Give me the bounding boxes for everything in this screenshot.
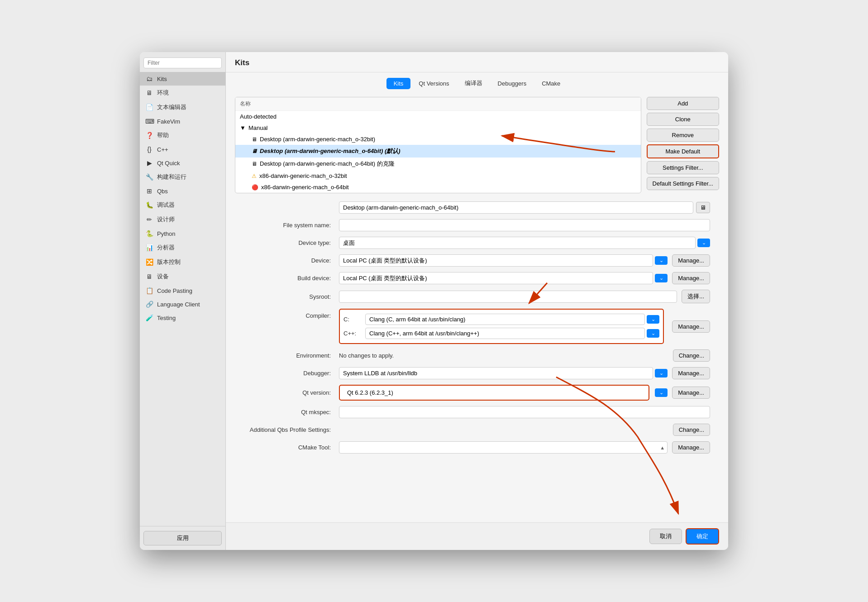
sidebar-item-designer[interactable]: ✏设计师: [140, 212, 225, 227]
kit-list-item-manual[interactable]: ▼Manual: [235, 122, 641, 134]
tab-compilers[interactable]: 编译器: [458, 77, 490, 90]
additional-qbs-row: Additional Qbs Profile Settings: Change.…: [244, 421, 710, 439]
device-select-wrapper: Local PC (桌面 类型的默认设备) ⌄: [339, 254, 668, 267]
kit-label: Desktop (arm-darwin-generic-mach_o-32bit…: [260, 136, 375, 143]
tab-debuggers[interactable]: Debuggers: [491, 78, 534, 89]
sidebar-icon-build-run: 🔧: [145, 173, 153, 181]
kit-list-item-x86-32[interactable]: ⚠x86-darwin-generic-mach_o-32bit: [235, 170, 641, 182]
sidebar-item-python[interactable]: 🐍Python: [140, 227, 225, 240]
sidebar-label-kits: Kits: [157, 76, 167, 82]
sidebar: 🗂Kits🖥环境📄文本编辑器⌨FakeVim❓帮助{}C++▶Qt Quick🔧…: [140, 52, 226, 550]
build-device-manage-button[interactable]: Manage...: [672, 272, 710, 284]
sidebar-item-cpp[interactable]: {}C++: [140, 143, 225, 156]
kit-list-item-desktop-64-clone[interactable]: 🖥Desktop (arm-darwin-generic-mach_o-64bi…: [235, 158, 641, 170]
device-label: Device:: [244, 257, 334, 264]
cmake-tool-select[interactable]: [339, 441, 668, 454]
sidebar-item-devices[interactable]: 🖥设备: [140, 269, 225, 284]
sidebar-item-qt-quick[interactable]: ▶Qt Quick: [140, 156, 225, 170]
compiler-c-select-wrapper: Clang (C, arm 64bit at /usr/bin/clang) ⌄: [365, 314, 659, 325]
sidebar-icon-python: 🐍: [145, 230, 153, 237]
kit-label: Desktop (arm-darwin-generic-mach_o-64bit…: [260, 147, 401, 155]
error-icon: 🔴: [252, 184, 258, 191]
sidebar-item-vcs[interactable]: 🔀版本控制: [140, 255, 225, 269]
environment-change-button[interactable]: Change...: [673, 349, 710, 362]
additional-qbs-change-button[interactable]: Change...: [673, 424, 710, 436]
sysroot-choose-button[interactable]: 选择...: [682, 290, 710, 303]
monitor-button[interactable]: 🖥: [696, 202, 710, 213]
device-type-dropdown-icon[interactable]: ⌄: [697, 239, 710, 247]
sidebar-item-help[interactable]: ❓帮助: [140, 128, 225, 143]
sidebar-label-debugger: 调试器: [157, 201, 175, 209]
device-type-select[interactable]: 桌面: [339, 237, 696, 249]
sidebar-item-debugger[interactable]: 🐛调试器: [140, 198, 225, 212]
sidebar-item-kits[interactable]: 🗂Kits: [140, 72, 225, 86]
ok-button[interactable]: 确定: [686, 528, 719, 545]
debugger-select[interactable]: System LLDB at /usr/bin/lldb: [339, 367, 653, 379]
kit-list-item-desktop-32[interactable]: 🖥Desktop (arm-darwin-generic-mach_o-32bi…: [235, 134, 641, 145]
cmake-tool-manage-button[interactable]: Manage...: [672, 441, 710, 454]
debugger-manage-button[interactable]: Manage...: [672, 367, 710, 379]
clone-button[interactable]: Clone: [647, 113, 719, 126]
kit-list-item-desktop-64-default[interactable]: 🖥Desktop (arm-darwin-generic-mach_o-64bi…: [235, 145, 641, 158]
tab-cmake[interactable]: CMake: [534, 78, 568, 89]
filter-input[interactable]: [143, 57, 222, 68]
build-device-select[interactable]: Local PC (桌面 类型的默认设备): [339, 272, 653, 284]
sidebar-item-environment[interactable]: 🖥环境: [140, 86, 225, 100]
sidebar-icon-vcs: 🔀: [145, 258, 153, 266]
device-manage-button[interactable]: Manage...: [672, 254, 710, 267]
kit-label: x86-darwin-generic-mach_o-64bit: [261, 184, 349, 191]
qt-version-select[interactable]: Qt 6.2.3 (6.2.3_1): [343, 387, 645, 398]
kit-form: 🖥 File system name: Device type:: [235, 199, 719, 461]
sidebar-label-devices: 设备: [157, 272, 169, 281]
sidebar-label-qt-quick: Qt Quick: [157, 160, 180, 167]
sidebar-item-code-pasting[interactable]: 📋Code Pasting: [140, 284, 225, 297]
compiler-manage-button[interactable]: Manage...: [672, 320, 710, 333]
tabs-bar: KitsQt Versions编译器DebuggersCMake: [226, 72, 728, 92]
file-system-name-input[interactable]: [339, 219, 710, 231]
device-dropdown-icon[interactable]: ⌄: [655, 256, 668, 265]
sidebar-item-testing[interactable]: 🧪Testing: [140, 311, 225, 325]
sidebar-item-qbs[interactable]: ⊞Qbs: [140, 184, 225, 198]
debugger-select-wrapper: System LLDB at /usr/bin/lldb ⌄: [339, 367, 668, 379]
qt-mkspec-label: Qt mkspec:: [244, 409, 334, 416]
device-select[interactable]: Local PC (桌面 类型的默认设备): [339, 254, 653, 267]
build-device-dropdown-icon[interactable]: ⌄: [655, 274, 668, 282]
sidebar-item-build-run[interactable]: 🔧构建和运行: [140, 170, 225, 184]
tab-qt-versions[interactable]: Qt Versions: [411, 78, 456, 89]
sidebar-label-vcs: 版本控制: [157, 258, 181, 266]
qt-mkspec-input[interactable]: [339, 406, 710, 418]
sidebar-item-text-editor[interactable]: 📄文本编辑器: [140, 100, 225, 115]
kit-list-item-x86-64[interactable]: 🔴x86-darwin-generic-mach_o-64bit: [235, 182, 641, 193]
remove-button[interactable]: Remove: [647, 129, 719, 142]
kit-label: Desktop (arm-darwin-generic-mach_o-64bit…: [260, 160, 395, 168]
file-system-name-label: File system name:: [244, 222, 334, 229]
kit-list-item-auto-detected[interactable]: Auto-detected: [235, 111, 641, 122]
qt-version-manage-button[interactable]: Manage...: [672, 387, 710, 399]
qt-version-dropdown-icon[interactable]: ⌄: [655, 388, 668, 397]
tab-kits[interactable]: Kits: [386, 78, 411, 89]
compiler-cpp-dropdown-icon[interactable]: ⌄: [647, 329, 659, 338]
compiler-cpp-select[interactable]: Clang (C++, arm 64bit at /usr/bin/clang+…: [365, 328, 645, 339]
debugger-dropdown-icon[interactable]: ⌄: [655, 369, 668, 377]
settings-filter-button[interactable]: Settings Filter...: [647, 161, 719, 174]
sidebar-label-qbs: Qbs: [157, 188, 168, 195]
default-settings-filter-button[interactable]: Default Settings Filter...: [647, 177, 719, 190]
environment-label: Environment:: [244, 352, 334, 359]
sidebar-label-text-editor: 文本编辑器: [157, 103, 186, 111]
sidebar-item-language-client[interactable]: 🔗Language Client: [140, 297, 225, 311]
sysroot-input[interactable]: [339, 291, 677, 303]
apply-button[interactable]: 应用: [143, 531, 222, 545]
compiler-c-select[interactable]: Clang (C, arm 64bit at /usr/bin/clang): [365, 314, 645, 325]
cmake-tool-select-wrapper: ▲: [339, 441, 668, 454]
add-button[interactable]: Add: [647, 97, 719, 110]
sidebar-item-fakevim[interactable]: ⌨FakeVim: [140, 115, 225, 128]
cancel-button[interactable]: 取消: [649, 529, 682, 544]
sidebar-item-analyzer[interactable]: 📊分析器: [140, 240, 225, 255]
compiler-c-dropdown-icon[interactable]: ⌄: [647, 315, 659, 324]
compiler-c-label: C:: [343, 316, 362, 323]
monitor-icon: 🖥: [252, 136, 257, 143]
sidebar-icon-code-pasting: 📋: [145, 287, 153, 294]
name-input[interactable]: [339, 201, 693, 214]
make-default-button[interactable]: Make Default: [647, 144, 719, 158]
device-type-select-wrapper: 桌面 ⌄: [339, 237, 710, 249]
